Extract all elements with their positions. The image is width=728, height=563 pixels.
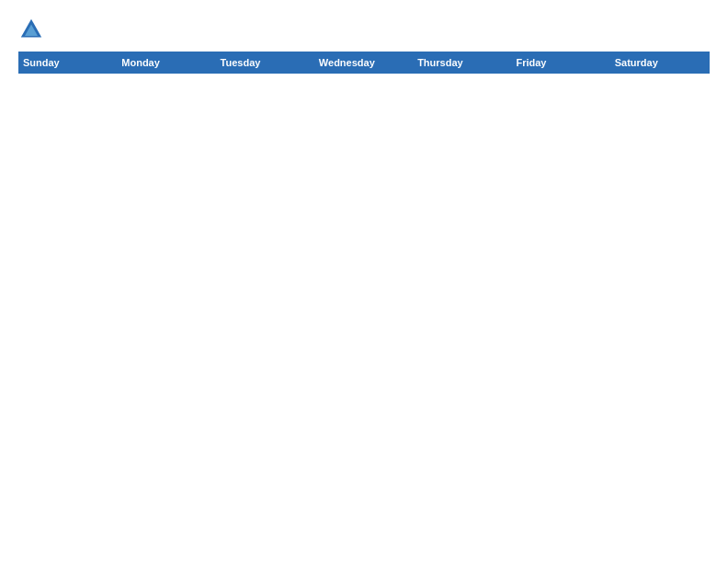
weekday-header-saturday: Saturday [610, 52, 709, 74]
weekday-header-thursday: Thursday [414, 52, 512, 74]
calendar-table: SundayMondayTuesdayWednesdayThursdayFrid… [18, 52, 710, 552]
weekday-header-tuesday: Tuesday [216, 52, 314, 74]
weekday-header-sunday: Sunday [19, 52, 118, 74]
logo-icon [18, 17, 44, 42]
logo [18, 17, 50, 42]
page: SundayMondayTuesdayWednesdayThursdayFrid… [0, 0, 728, 563]
weekday-header-row: SundayMondayTuesdayWednesdayThursdayFrid… [19, 52, 710, 74]
header [18, 17, 710, 42]
weekday-header-monday: Monday [118, 52, 216, 74]
weekday-header-wednesday: Wednesday [314, 52, 413, 74]
weekday-header-friday: Friday [512, 52, 610, 74]
